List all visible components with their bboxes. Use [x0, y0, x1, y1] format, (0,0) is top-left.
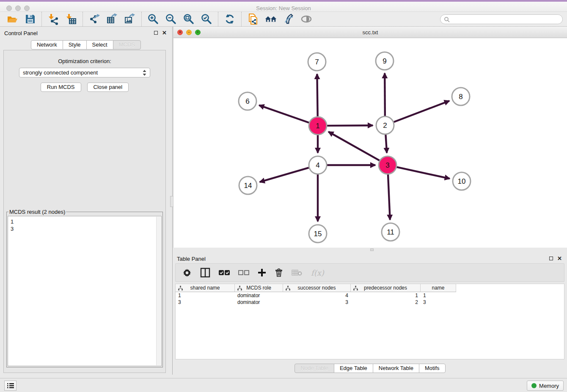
- selected-option: strongly connected component: [23, 69, 143, 76]
- table-panel-title: Table Panel: [177, 256, 206, 262]
- result-scrollbar[interactable]: [156, 217, 161, 365]
- graph-edge-2-8[interactable]: [394, 101, 449, 122]
- graph-edge-3-11[interactable]: [388, 174, 390, 220]
- graph-edge-1-7[interactable]: [317, 74, 317, 116]
- search-field[interactable]: [440, 14, 563, 24]
- optimization-criterion-select[interactable]: strongly connected component: [19, 68, 150, 77]
- task-history-button[interactable]: [4, 381, 17, 391]
- attribute-icon: [286, 286, 290, 290]
- eye-icon[interactable]: [300, 12, 313, 26]
- toolbar-separator: [241, 12, 242, 26]
- tab-node-table[interactable]: Node Table: [295, 364, 334, 373]
- houses-icon[interactable]: [264, 12, 277, 26]
- float-panel-icon[interactable]: [154, 31, 158, 35]
- tab-network-table[interactable]: Network Table: [373, 364, 419, 373]
- open-file-icon[interactable]: [6, 12, 19, 26]
- mcds-result-list[interactable]: 13: [8, 216, 162, 366]
- tab-edge-table[interactable]: Edge Table: [334, 364, 373, 373]
- run-mcds-button[interactable]: Run MCDS: [41, 83, 81, 92]
- graph-edge-1-6[interactable]: [259, 105, 309, 123]
- trash-icon[interactable]: [275, 266, 283, 279]
- split-view-icon[interactable]: [200, 266, 210, 279]
- graph-edge-3-1[interactable]: [328, 132, 380, 160]
- control-panel: Control Panel ✕ NetworkStyleSelectMCDS O…: [0, 27, 172, 375]
- export-network-icon[interactable]: [88, 12, 101, 26]
- zoom-selected-icon[interactable]: [200, 12, 213, 26]
- export-table-icon[interactable]: [106, 12, 118, 26]
- graph-edge-4-14[interactable]: [260, 168, 309, 182]
- column-header-shared-name[interactable]: shared name: [176, 284, 235, 292]
- network-canvas[interactable]: 7968124314101511: [173, 38, 567, 248]
- gear-icon[interactable]: [182, 266, 192, 279]
- graph-node-label: 3: [385, 161, 389, 169]
- cell-shared_name[interactable]: 1: [176, 292, 235, 299]
- cell-name[interactable]: 3: [421, 299, 456, 306]
- graph-edge-1-2[interactable]: [327, 125, 373, 126]
- attribute-icon: [178, 286, 183, 290]
- deselect-all-icon[interactable]: [238, 266, 249, 279]
- network-view-window: ✕ − + scc.txt 7968124314101511: [173, 27, 567, 248]
- delete-table-icon[interactable]: [292, 266, 303, 279]
- memory-button[interactable]: Memory: [527, 381, 564, 391]
- export-image-icon[interactable]: [124, 12, 136, 26]
- mcds-result-title: MCDS result (2 nodes): [8, 209, 66, 215]
- network-graph[interactable]: 7968124314101511: [173, 38, 567, 248]
- tab-mcds[interactable]: MCDS: [113, 40, 141, 50]
- paintbrush-icon[interactable]: [282, 12, 295, 26]
- cell-successor_nodes[interactable]: 4: [283, 292, 351, 299]
- column-header-successor-nodes[interactable]: successor nodes: [283, 284, 351, 292]
- toolbar-separator: [83, 12, 83, 26]
- close-panel-icon[interactable]: ✕: [162, 30, 167, 36]
- result-line: 3: [11, 225, 160, 232]
- list-icon: [7, 383, 14, 389]
- zoom-in-icon[interactable]: [147, 12, 160, 26]
- table-row[interactable]: 1dominator411: [176, 292, 564, 299]
- mcds-result-group: MCDS result (2 nodes) 13: [6, 209, 163, 367]
- table-row[interactable]: 3dominator323: [176, 299, 564, 306]
- search-input[interactable]: [450, 15, 562, 23]
- float-table-panel-icon[interactable]: [549, 257, 553, 260]
- network-window-title: scc.txt: [173, 29, 567, 36]
- horizontal-split-divider[interactable]: [173, 248, 567, 252]
- zoom-fit-icon[interactable]: [182, 12, 195, 26]
- graph-node-label: 10: [458, 177, 466, 185]
- tab-style[interactable]: Style: [63, 40, 87, 50]
- table-toolbar: f(x): [175, 263, 564, 282]
- toolbar-separator: [218, 12, 218, 26]
- close-panel-button[interactable]: Close panel: [87, 83, 129, 92]
- tab-select[interactable]: Select: [86, 40, 113, 50]
- zoom-out-icon[interactable]: [165, 12, 177, 26]
- graph-edge-2-9[interactable]: [385, 73, 385, 116]
- cell-successor_nodes[interactable]: 3: [283, 299, 351, 306]
- cell-predecessor_nodes[interactable]: 2: [351, 299, 421, 306]
- cell-mcds_role[interactable]: dominator: [235, 292, 283, 299]
- graph-edge-2-3[interactable]: [385, 135, 387, 153]
- graph-node-label: 4: [316, 161, 319, 169]
- main-titlebar: Session: New Session: [0, 2, 567, 11]
- graph-edge-3-10[interactable]: [396, 167, 449, 179]
- cell-predecessor_nodes[interactable]: 1: [351, 292, 421, 299]
- tab-network[interactable]: Network: [31, 40, 63, 50]
- column-header-MCDS-role[interactable]: MCDS role: [235, 284, 283, 292]
- cell-shared_name[interactable]: 3: [176, 299, 235, 306]
- close-table-panel-icon[interactable]: ✕: [557, 256, 562, 261]
- cell-name[interactable]: 1: [421, 292, 456, 299]
- graph-node-label: 14: [244, 182, 252, 190]
- refresh-icon[interactable]: [223, 12, 236, 26]
- node-table: shared nameMCDS rolesuccessor nodesprede…: [175, 284, 564, 359]
- import-network-icon[interactable]: [47, 12, 60, 26]
- cell-mcds_role[interactable]: dominator: [235, 299, 283, 306]
- import-table-icon[interactable]: [65, 12, 77, 26]
- select-all-icon[interactable]: [219, 266, 230, 279]
- column-header-name[interactable]: name: [421, 284, 456, 292]
- copy-network-icon[interactable]: [247, 12, 259, 26]
- function-builder-icon[interactable]: f(x): [311, 266, 324, 279]
- tab-motifs[interactable]: Motifs: [419, 364, 446, 373]
- column-header-predecessor-nodes[interactable]: predecessor nodes: [351, 284, 421, 292]
- graph-node-label: 2: [383, 121, 387, 130]
- network-window-titlebar[interactable]: ✕ − + scc.txt: [173, 27, 567, 38]
- add-column-icon[interactable]: [258, 266, 266, 279]
- divider-grip[interactable]: [370, 248, 374, 251]
- status-bar: Memory: [0, 378, 567, 392]
- save-icon[interactable]: [24, 12, 36, 26]
